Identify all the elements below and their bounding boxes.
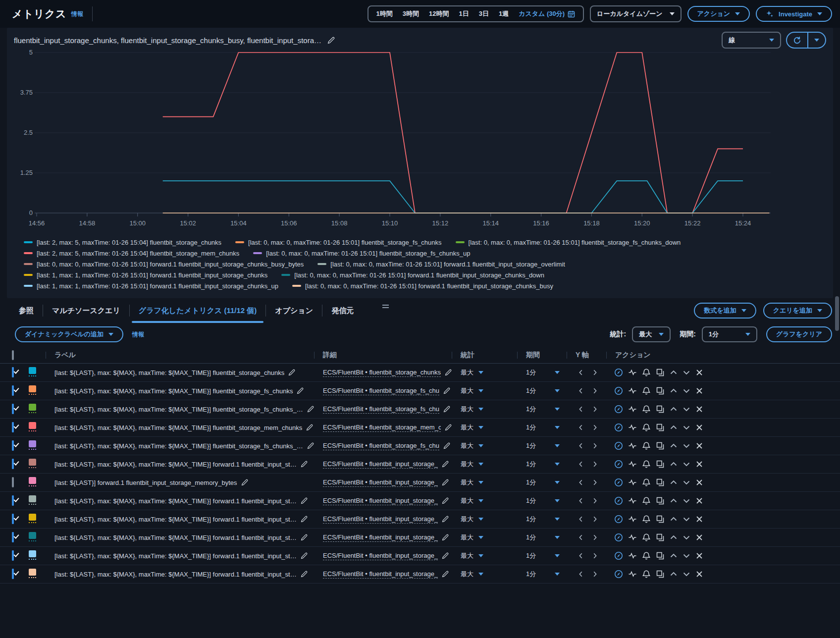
edit-label-icon[interactable] [301, 552, 308, 559]
edit-label-icon[interactable] [301, 571, 308, 578]
tab-graphed-metrics[interactable]: グラフ化したメトリクス (11/12 個) [130, 298, 266, 323]
metric-detail-link[interactable]: ECS/FluentBit • fluentbit_input_storage_ [323, 533, 438, 542]
remove-icon[interactable] [695, 405, 703, 413]
move-down-icon[interactable] [682, 460, 690, 468]
investigate-icon[interactable] [614, 478, 623, 487]
tab-source[interactable]: 発信元 [322, 298, 363, 323]
alarm-bell-icon[interactable] [642, 405, 651, 414]
duplicate-icon[interactable] [656, 405, 665, 414]
duplicate-icon[interactable] [656, 533, 665, 542]
row-stat-dropdown[interactable]: 最大 [452, 386, 517, 395]
move-up-icon[interactable] [670, 533, 678, 541]
move-down-icon[interactable] [682, 424, 690, 431]
add-dynamic-label-button[interactable]: ダイナミックラベルの追加 [15, 326, 123, 342]
edit-detail-icon[interactable] [443, 387, 450, 394]
anomaly-detection-icon[interactable] [628, 570, 637, 579]
remove-icon[interactable] [695, 424, 703, 431]
duplicate-icon[interactable] [656, 515, 665, 524]
yaxis-left-icon[interactable] [578, 571, 584, 578]
duplicate-icon[interactable] [656, 460, 665, 469]
time-range-1w[interactable]: 1週 [494, 9, 514, 18]
color-swatch[interactable] [29, 404, 36, 413]
edit-label-icon[interactable] [306, 424, 313, 431]
tab-multi-source-query[interactable]: マルチソースクエリ [43, 298, 129, 323]
row-checkbox[interactable] [12, 550, 14, 561]
color-swatch[interactable] [29, 459, 36, 468]
move-up-icon[interactable] [670, 497, 678, 505]
chart-type-select[interactable]: 線 [722, 32, 781, 49]
edit-label-icon[interactable] [301, 534, 308, 541]
legend-item[interactable]: [last: 2, max: 5, maxTime: 01-26 15:04] … [24, 239, 221, 246]
duplicate-icon[interactable] [656, 570, 665, 579]
edit-label-icon[interactable] [288, 369, 295, 376]
legend-item[interactable]: [last: 0, max: 0, maxTime: 01-26 15:01] … [235, 239, 441, 246]
time-range-3h[interactable]: 3時間 [398, 9, 424, 18]
toolbar-info-link[interactable]: 情報 [132, 330, 144, 339]
edit-detail-icon[interactable] [442, 497, 449, 504]
header-info-link[interactable]: 情報 [71, 10, 83, 18]
row-stat-dropdown[interactable]: 最大 [452, 515, 517, 524]
edit-label-icon[interactable] [241, 479, 248, 486]
anomaly-detection-icon[interactable] [628, 515, 637, 524]
legend-item[interactable]: [last: 2, max: 5, maxTime: 01-26 15:04] … [24, 250, 239, 257]
color-swatch[interactable] [29, 532, 36, 541]
move-up-icon[interactable] [670, 405, 678, 413]
investigate-icon[interactable] [614, 423, 623, 432]
remove-icon[interactable] [695, 478, 703, 486]
edit-detail-icon[interactable] [442, 461, 449, 468]
yaxis-left-icon[interactable] [578, 369, 584, 376]
yaxis-right-icon[interactable] [591, 534, 598, 541]
metric-detail-link[interactable]: ECS/FluentBit • fluentbit_storage_fs_chu [323, 387, 439, 395]
color-swatch[interactable] [29, 385, 36, 395]
row-stat-dropdown[interactable]: 最大 [452, 478, 517, 487]
edit-detail-icon[interactable] [442, 516, 449, 523]
edit-detail-icon[interactable] [443, 406, 450, 413]
alarm-bell-icon[interactable] [642, 515, 651, 524]
row-checkbox[interactable] [12, 367, 14, 377]
yaxis-right-icon[interactable] [591, 369, 598, 376]
investigate-icon[interactable] [614, 570, 623, 579]
edit-detail-icon[interactable] [442, 534, 449, 541]
move-down-icon[interactable] [682, 497, 690, 505]
edit-label-icon[interactable] [307, 442, 314, 449]
refresh-button[interactable] [787, 33, 807, 48]
metric-detail-link[interactable]: ECS/FluentBit • fluentbit_storage_fs_chu [323, 442, 439, 450]
row-stat-dropdown[interactable]: 最大 [452, 423, 517, 432]
yaxis-left-icon[interactable] [578, 479, 584, 486]
duplicate-icon[interactable] [656, 423, 665, 432]
remove-icon[interactable] [695, 570, 703, 578]
move-down-icon[interactable] [682, 387, 690, 395]
move-down-icon[interactable] [682, 552, 690, 560]
row-checkbox[interactable] [12, 514, 14, 524]
anomaly-detection-icon[interactable] [628, 405, 637, 414]
edit-label-icon[interactable] [301, 461, 308, 468]
color-swatch[interactable] [29, 477, 36, 486]
yaxis-left-icon[interactable] [578, 442, 584, 449]
edit-detail-icon[interactable] [445, 424, 452, 431]
duplicate-icon[interactable] [656, 441, 665, 450]
move-up-icon[interactable] [670, 369, 678, 376]
color-swatch[interactable] [29, 569, 36, 578]
duplicate-icon[interactable] [656, 496, 665, 505]
yaxis-left-icon[interactable] [578, 516, 584, 523]
remove-icon[interactable] [695, 369, 703, 376]
remove-icon[interactable] [695, 552, 703, 560]
metric-detail-link[interactable]: ECS/FluentBit • fluentbit_input_storage_ [323, 552, 438, 560]
legend-item[interactable]: [last: 0, max: 0, maxTime: 01-26 15:01] … [317, 261, 565, 268]
color-swatch[interactable] [29, 514, 36, 523]
row-period-dropdown[interactable]: 1分 [517, 423, 567, 432]
move-up-icon[interactable] [670, 460, 678, 468]
resize-handle-icon[interactable] [382, 303, 389, 310]
investigate-icon[interactable] [614, 368, 623, 377]
add-math-button[interactable]: 数式を追加 [694, 303, 756, 319]
edit-label-icon[interactable] [301, 516, 308, 523]
time-range-1h[interactable]: 1時間 [371, 9, 398, 18]
yaxis-right-icon[interactable] [591, 442, 598, 449]
color-swatch[interactable] [29, 440, 36, 450]
metric-detail-link[interactable]: ECS/FluentBit • fluentbit_input_storage_ [323, 497, 438, 505]
row-stat-dropdown[interactable]: 最大 [452, 368, 517, 377]
yaxis-left-icon[interactable] [578, 424, 584, 431]
scrollbar-thumb[interactable] [835, 296, 839, 331]
move-down-icon[interactable] [682, 570, 690, 578]
move-up-icon[interactable] [670, 424, 678, 431]
